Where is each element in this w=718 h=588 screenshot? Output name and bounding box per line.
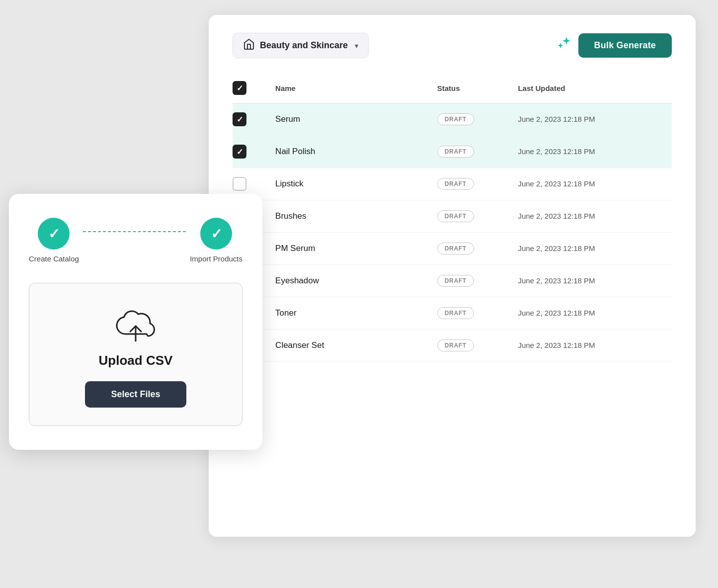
upload-box: Upload CSV Select Files — [29, 283, 242, 426]
step-create-catalog-circle — [38, 218, 70, 250]
row-last-updated: June 2, 2023 12:18 PM — [510, 233, 672, 265]
row-last-updated: June 2, 2023 12:18 PM — [510, 200, 672, 233]
category-label: Beauty and Skincare — [260, 40, 348, 51]
upload-csv-label: Upload CSV — [99, 353, 173, 368]
row-product-name: Toner — [267, 297, 429, 330]
catalog-panel: Beauty and Skincare ▾ Bulk Generate Name — [209, 15, 696, 537]
status-badge: DRAFT — [437, 210, 474, 222]
product-table: Name Status Last Updated SerumDRAFTJune … — [233, 76, 672, 362]
table-row: TonerDRAFTJune 2, 2023 12:18 PM — [233, 297, 672, 330]
sparkle-icon — [552, 33, 573, 58]
table-header-row: Name Status Last Updated — [233, 76, 672, 103]
bulk-generate-button[interactable]: Bulk Generate — [578, 33, 672, 58]
row-product-name: Brushes — [267, 200, 429, 233]
row-checkbox[interactable] — [233, 177, 246, 191]
row-checkbox-cell — [233, 103, 267, 136]
table-row: SerumDRAFTJune 2, 2023 12:18 PM — [233, 103, 672, 136]
status-badge: DRAFT — [437, 178, 474, 190]
select-all-checkbox[interactable] — [233, 81, 246, 95]
step-import-products-label: Import Products — [190, 254, 242, 263]
step-import-products-circle — [200, 218, 232, 250]
table-row: Cleanser SetDRAFTJune 2, 2023 12:18 PM — [233, 330, 672, 362]
row-checkbox[interactable] — [233, 112, 246, 126]
row-last-updated: June 2, 2023 12:18 PM — [510, 297, 672, 330]
row-last-updated: June 2, 2023 12:18 PM — [510, 168, 672, 200]
row-last-updated: June 2, 2023 12:18 PM — [510, 136, 672, 168]
row-status: DRAFT — [429, 330, 510, 362]
table-row: PM SerumDRAFTJune 2, 2023 12:18 PM — [233, 233, 672, 265]
header-status: Status — [429, 76, 510, 103]
row-status: DRAFT — [429, 168, 510, 200]
step-create-catalog-label: Create Catalog — [29, 254, 79, 263]
chevron-down-icon: ▾ — [355, 42, 358, 50]
row-last-updated: June 2, 2023 12:18 PM — [510, 103, 672, 136]
header-name: Name — [267, 76, 429, 103]
row-product-name: PM Serum — [267, 233, 429, 265]
import-modal: Create Catalog Import Products Upload CS… — [9, 194, 262, 450]
row-checkbox[interactable] — [233, 145, 246, 159]
row-product-name: Eyeshadow — [267, 265, 429, 297]
status-badge: DRAFT — [437, 339, 474, 351]
row-status: DRAFT — [429, 233, 510, 265]
row-product-name: Serum — [267, 103, 429, 136]
status-badge: DRAFT — [437, 243, 474, 254]
steps-row: Create Catalog Import Products — [29, 218, 242, 263]
status-badge: DRAFT — [437, 146, 474, 158]
status-badge: DRAFT — [437, 275, 474, 287]
row-product-name: Nail Polish — [267, 136, 429, 168]
catalog-header: Beauty and Skincare ▾ Bulk Generate — [233, 33, 672, 58]
row-status: DRAFT — [429, 103, 510, 136]
table-row: BrushesDRAFTJune 2, 2023 12:18 PM — [233, 200, 672, 233]
cloud-upload-icon — [113, 307, 158, 344]
row-last-updated: June 2, 2023 12:18 PM — [510, 330, 672, 362]
row-status: DRAFT — [429, 297, 510, 330]
row-checkbox-cell — [233, 136, 267, 168]
table-row: LipstickDRAFTJune 2, 2023 12:18 PM — [233, 168, 672, 200]
store-icon — [243, 38, 255, 53]
select-files-button[interactable]: Select Files — [85, 381, 186, 408]
row-last-updated: June 2, 2023 12:18 PM — [510, 265, 672, 297]
status-badge: DRAFT — [437, 113, 474, 125]
step-connector — [83, 231, 186, 232]
row-status: DRAFT — [429, 200, 510, 233]
step-create-catalog: Create Catalog — [29, 218, 79, 263]
row-product-name: Lipstick — [267, 168, 429, 200]
row-product-name: Cleanser Set — [267, 330, 429, 362]
row-status: DRAFT — [429, 265, 510, 297]
step-import-products: Import Products — [190, 218, 242, 263]
table-row: Nail PolishDRAFTJune 2, 2023 12:18 PM — [233, 136, 672, 168]
table-row: EyeshadowDRAFTJune 2, 2023 12:18 PM — [233, 265, 672, 297]
status-badge: DRAFT — [437, 307, 474, 319]
category-selector[interactable]: Beauty and Skincare ▾ — [233, 33, 369, 58]
bulk-generate-area: Bulk Generate — [552, 33, 672, 58]
header-checkbox-col — [233, 76, 267, 103]
row-status: DRAFT — [429, 136, 510, 168]
header-last-updated: Last Updated — [510, 76, 672, 103]
